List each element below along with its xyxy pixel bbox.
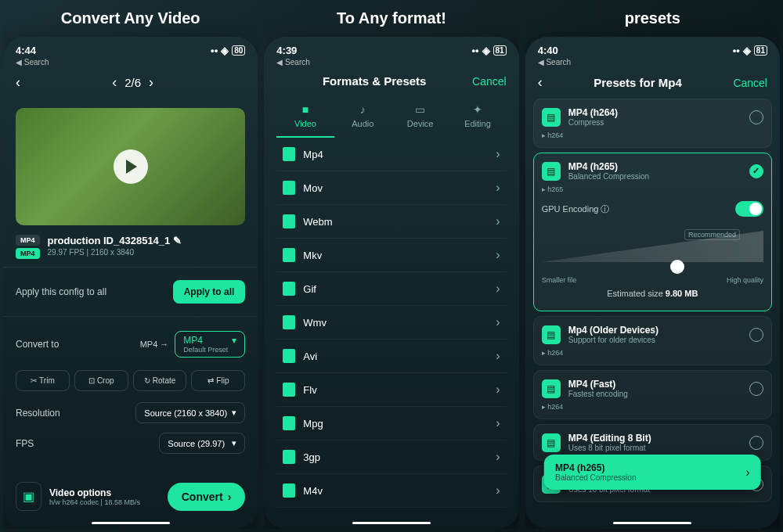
gpu-toggle[interactable] xyxy=(735,201,763,217)
video-icon: ■ xyxy=(302,103,309,116)
format-label: Wmv xyxy=(303,317,488,329)
target-format-select[interactable]: MP4▾ Default Preset xyxy=(175,331,245,358)
signal-icon: •• xyxy=(471,45,478,56)
preset-radio[interactable] xyxy=(749,164,763,178)
file-name: production ID_4328514_1 ✎ xyxy=(48,235,182,246)
tab-editing[interactable]: ✦Editing xyxy=(449,95,506,138)
preset-name: Mp4 (Older Devices) xyxy=(568,325,742,336)
resolution-select[interactable]: Source (2160 x 3840)▾ xyxy=(135,402,245,423)
format-label: Flv xyxy=(303,384,488,396)
format-item-mp4[interactable]: Mp4 › xyxy=(276,138,506,171)
editing-icon: ✦ xyxy=(473,103,482,116)
chevron-right-icon: › xyxy=(496,483,500,498)
selected-preset-float[interactable]: MP4 (h265) Balanced Compression › xyxy=(544,455,761,490)
chevron-right-icon: › xyxy=(496,315,500,329)
preset-radio[interactable] xyxy=(749,110,763,124)
file-icon xyxy=(283,214,295,228)
preset-tag: ▸ h264 xyxy=(542,131,763,139)
preset-card[interactable]: ▤ MP4 (h265) Balanced Compression ▸ h265… xyxy=(533,153,772,311)
crop-button[interactable]: ⊡ Crop xyxy=(74,370,128,391)
preset-subtitle: Balanced Compression xyxy=(568,172,742,181)
preset-card[interactable]: ▤ Mp4 (Older Devices) Support for older … xyxy=(533,316,772,365)
tab-device[interactable]: ▭Device xyxy=(392,95,449,138)
phone-screen-2: 4:39 •• ◈ 81 ◀ Search Formats & Presets … xyxy=(264,37,518,529)
file-icon xyxy=(283,248,295,262)
file-icon xyxy=(283,181,295,195)
file-icon xyxy=(283,450,295,464)
preset-card[interactable]: ▤ MP4 (Fast) Fastest encoding ▸ h264 xyxy=(533,370,772,419)
format-item-mov[interactable]: Mov › xyxy=(276,171,506,205)
video-thumbnail[interactable] xyxy=(16,108,245,225)
pager-next-button[interactable]: › xyxy=(149,74,153,91)
flip-button[interactable]: ⇄ Flip xyxy=(191,370,245,391)
chevron-right-icon: › xyxy=(496,416,500,430)
format-item-m4v[interactable]: M4v › xyxy=(276,474,506,508)
cancel-button[interactable]: Cancel xyxy=(733,77,767,89)
format-item-webm[interactable]: Webm › xyxy=(276,205,506,239)
preset-tag: ▸ h264 xyxy=(542,349,763,357)
preset-radio[interactable] xyxy=(749,436,763,450)
preset-icon: ▤ xyxy=(542,108,561,127)
tab-audio[interactable]: ♪Audio xyxy=(334,95,392,138)
preset-subtitle: Support for older devices xyxy=(568,336,742,344)
fps-label: FPS xyxy=(16,438,34,449)
preset-radio[interactable] xyxy=(749,328,763,342)
wifi-icon: ◈ xyxy=(221,45,229,56)
device-icon: ▭ xyxy=(415,103,425,116)
format-item-mkv[interactable]: Mkv › xyxy=(276,239,506,272)
format-item-avi[interactable]: Avi › xyxy=(276,340,506,373)
battery-level: 80 xyxy=(232,45,245,56)
convert-button[interactable]: Convert› xyxy=(168,483,246,511)
video-options-button[interactable]: Video options h/w h264 codec | 18.58 MB/… xyxy=(49,487,160,506)
status-time: 4:39 xyxy=(276,45,297,56)
chevron-right-icon: › xyxy=(496,450,500,464)
slider-handle[interactable] xyxy=(670,260,684,274)
home-indicator[interactable] xyxy=(352,522,431,524)
preset-icon: ▤ xyxy=(542,162,561,181)
status-time: 4:40 xyxy=(538,45,558,56)
back-button[interactable]: ‹ xyxy=(538,74,543,91)
preset-icon: ▤ xyxy=(542,433,561,452)
file-meta: 29.97 FPS | 2160 x 3840 xyxy=(48,248,182,257)
apply-all-button[interactable]: Apply to all xyxy=(173,280,246,304)
format-item-mpg[interactable]: Mpg › xyxy=(276,407,506,440)
pager-label: 2/6 xyxy=(124,76,141,89)
edit-name-icon[interactable]: ✎ xyxy=(173,235,182,246)
format-list: Mp4 › Mov › Webm › Mkv › Gif › Wmv › Avi… xyxy=(264,138,518,519)
cancel-button[interactable]: Cancel xyxy=(472,75,507,88)
preset-card[interactable]: ▤ MP4 (h264) Compress ▸ h264 xyxy=(533,99,772,148)
tab-video[interactable]: ■Video xyxy=(276,95,334,138)
format-item-gif[interactable]: Gif › xyxy=(276,272,506,306)
back-link[interactable]: ◀ Search xyxy=(264,58,518,66)
estimated-size: Estimated size 9.80 MB xyxy=(542,284,763,303)
chevron-right-icon: › xyxy=(496,349,500,363)
back-link[interactable]: ◀ Search xyxy=(525,58,780,66)
back-link[interactable]: ◀ Search xyxy=(3,58,258,66)
home-indicator[interactable] xyxy=(92,522,170,524)
chevron-right-icon: › xyxy=(496,282,500,296)
format-item-wmv[interactable]: Wmv › xyxy=(276,306,506,340)
nav-back-button[interactable]: ‹ xyxy=(16,74,20,91)
preset-icon: ▤ xyxy=(542,379,561,398)
preset-radio[interactable] xyxy=(749,382,763,396)
battery-level: 81 xyxy=(493,45,507,56)
home-indicator[interactable] xyxy=(613,522,691,524)
format-item-flv[interactable]: Flv › xyxy=(276,373,506,407)
pager-prev-button[interactable]: ‹ xyxy=(112,74,117,91)
chevron-right-icon: › xyxy=(496,181,500,195)
source-format-badge: MP4 xyxy=(16,235,40,246)
file-icon xyxy=(283,416,295,430)
preset-subtitle: Fastest encoding xyxy=(568,390,742,398)
format-label: Mpg xyxy=(303,418,488,430)
video-options-icon[interactable]: ▣ xyxy=(16,482,41,511)
trim-button[interactable]: ✂ Trim xyxy=(16,370,70,391)
rotate-button[interactable]: ↻ Rotate xyxy=(133,370,187,391)
quality-slider[interactable]: Recommended xyxy=(542,231,763,270)
slider-min-label: Smaller file xyxy=(542,276,577,284)
fps-select[interactable]: Source (29.97)▾ xyxy=(159,433,245,454)
preset-name: MP4 (Editing 8 Bit) xyxy=(568,433,742,444)
format-item-3gp[interactable]: 3gp › xyxy=(276,440,506,474)
chevron-right-icon: › xyxy=(496,383,500,397)
play-button[interactable] xyxy=(114,149,148,184)
format-label: Avi xyxy=(303,350,488,362)
